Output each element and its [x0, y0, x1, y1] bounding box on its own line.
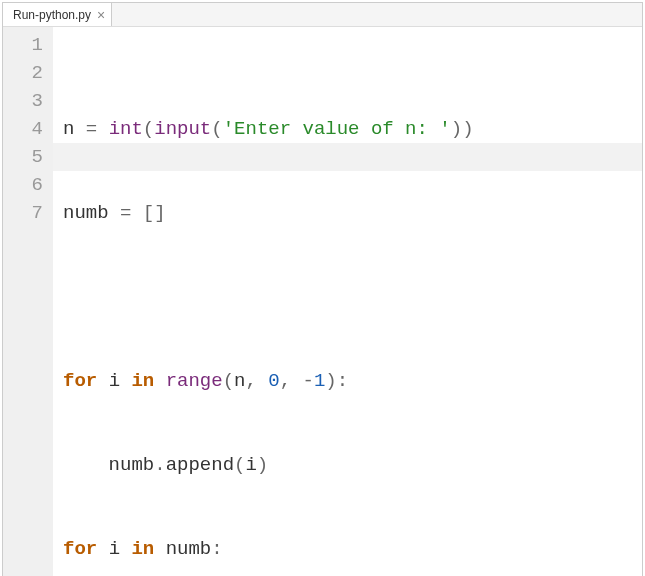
- line-number: 4: [19, 115, 43, 143]
- code-line[interactable]: n = int(input('Enter value of n: ')): [63, 115, 632, 143]
- current-line-highlight: [53, 143, 642, 171]
- close-icon[interactable]: ×: [97, 8, 105, 22]
- line-number: 5: [19, 143, 43, 171]
- code-line[interactable]: numb.append(i): [63, 451, 632, 479]
- code-area[interactable]: 1 2 3 4 5 6 7 n = int(input('Enter value…: [3, 27, 642, 576]
- code-line[interactable]: for i in range(n, 0, -1):: [63, 367, 632, 395]
- line-number: 1: [19, 31, 43, 59]
- code-line[interactable]: numb = []: [63, 199, 632, 227]
- code-line[interactable]: [63, 283, 632, 311]
- editor-tab-bar: Run-python.py ×: [3, 3, 642, 27]
- line-number: 2: [19, 59, 43, 87]
- line-number: 7: [19, 199, 43, 227]
- code-lines[interactable]: n = int(input('Enter value of n: ')) num…: [53, 27, 642, 576]
- gutter: 1 2 3 4 5 6 7: [3, 27, 53, 576]
- line-number: 3: [19, 87, 43, 115]
- editor-panel: Run-python.py × 1 2 3 4 5 6 7 n = int(in…: [2, 2, 643, 576]
- line-number: 6: [19, 171, 43, 199]
- code-line[interactable]: for i in numb:: [63, 535, 632, 563]
- editor-tab[interactable]: Run-python.py ×: [3, 3, 112, 26]
- editor-tab-label: Run-python.py: [13, 8, 91, 22]
